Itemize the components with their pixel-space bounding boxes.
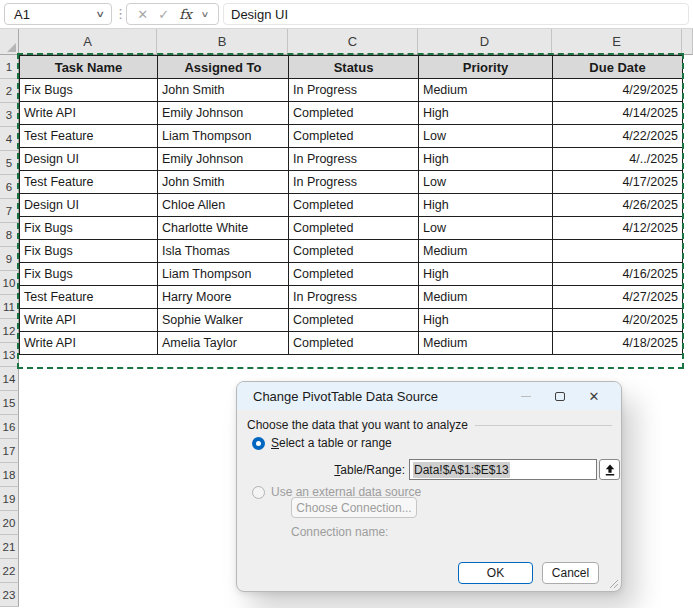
table-cell[interactable]: Fix Bugs (20, 79, 158, 102)
table-cell[interactable]: 4/18/2025 (553, 332, 683, 355)
table-cell[interactable]: Completed (289, 194, 419, 217)
chevron-down-icon[interactable]: ∨ (201, 10, 210, 19)
select-all-corner[interactable] (0, 29, 19, 55)
row-header-22[interactable]: 22 (0, 559, 19, 583)
table-cell[interactable]: High (419, 194, 553, 217)
cancel-button[interactable]: Cancel (542, 562, 599, 584)
table-cell[interactable]: Completed (289, 332, 419, 355)
table-cell[interactable]: 4/16/2025 (553, 263, 683, 286)
table-cell[interactable]: Fix Bugs (20, 217, 158, 240)
table-cell[interactable]: Fix Bugs (20, 263, 158, 286)
row-header-13[interactable]: 13 (0, 343, 19, 367)
row-header-7[interactable]: 7 (0, 199, 19, 223)
row-header-14[interactable]: 14 (0, 367, 19, 391)
table-cell[interactable]: 4/22/2025 (553, 125, 683, 148)
table-cell[interactable]: Amelia Taylor (158, 332, 289, 355)
table-header-cell[interactable]: Assigned To (158, 56, 289, 79)
row-header-17[interactable]: 17 (0, 439, 19, 463)
name-box[interactable]: A1 ∨ (4, 3, 112, 25)
table-cell[interactable]: Liam Thompson (158, 263, 289, 286)
table-cell[interactable]: High (419, 263, 553, 286)
table-cell[interactable]: Test Feature (20, 286, 158, 309)
table-cell[interactable]: 4/14/2025 (553, 102, 683, 125)
table-cell[interactable]: Emily Johnson (158, 148, 289, 171)
table-cell[interactable]: John Smith (158, 79, 289, 102)
row-header-12[interactable]: 12 (0, 319, 19, 343)
table-cell[interactable]: 4/../2025 (553, 148, 683, 171)
table-cell[interactable]: 4/27/2025 (553, 286, 683, 309)
table-cell[interactable]: Design UI (20, 148, 158, 171)
table-cell[interactable]: Low (419, 217, 553, 240)
table-cell[interactable]: 4/26/2025 (553, 194, 683, 217)
table-cell[interactable]: Completed (289, 102, 419, 125)
table-header-cell[interactable]: Due Date (553, 56, 683, 79)
table-cell[interactable]: 4/29/2025 (553, 79, 683, 102)
table-cell[interactable]: Sophie Walker (158, 309, 289, 332)
ok-button[interactable]: OK (458, 562, 533, 584)
table-cell[interactable]: In Progress (289, 286, 419, 309)
row-header-23[interactable]: 23 (0, 583, 19, 607)
cancel-entry-icon[interactable]: ✕ (137, 7, 148, 22)
table-cell[interactable]: Emily Johnson (158, 102, 289, 125)
table-cell[interactable]: Medium (419, 286, 553, 309)
table-cell[interactable]: Charlotte White (158, 217, 289, 240)
table-cell[interactable]: Medium (419, 79, 553, 102)
row-header-15[interactable]: 15 (0, 391, 19, 415)
table-cell[interactable]: 4/12/2025 (553, 217, 683, 240)
table-cell[interactable]: Low (419, 125, 553, 148)
table-cell[interactable]: Completed (289, 240, 419, 263)
row-header-3[interactable]: 3 (0, 103, 19, 127)
table-cell[interactable]: Write API (20, 332, 158, 355)
table-cell[interactable]: Write API (20, 102, 158, 125)
formula-input[interactable]: Design UI (223, 3, 689, 25)
table-cell[interactable]: Low (419, 171, 553, 194)
row-header-8[interactable]: 8 (0, 223, 19, 247)
table-cell[interactable]: Fix Bugs (20, 240, 158, 263)
row-header-20[interactable]: 20 (0, 511, 19, 535)
row-header-1[interactable]: 1 (0, 55, 19, 79)
table-cell[interactable]: Test Feature (20, 125, 158, 148)
column-header-a[interactable]: A (19, 29, 157, 55)
table-cell[interactable]: John Smith (158, 171, 289, 194)
table-cell[interactable]: In Progress (289, 79, 419, 102)
column-header-e[interactable]: E (552, 29, 682, 55)
row-header-9[interactable]: 9 (0, 247, 19, 271)
select-table-range-option[interactable]: Select a table or range (252, 436, 392, 450)
resize-grip-icon[interactable] (606, 576, 618, 588)
row-header-11[interactable]: 11 (0, 295, 19, 319)
table-cell[interactable]: Medium (419, 240, 553, 263)
collapse-dialog-button[interactable] (599, 459, 620, 480)
row-header-18[interactable]: 18 (0, 463, 19, 487)
column-header-d[interactable]: D (418, 29, 552, 55)
column-header-b[interactable]: B (157, 29, 288, 55)
table-header-cell[interactable]: Task Name (20, 56, 158, 79)
table-header-cell[interactable]: Priority (419, 56, 553, 79)
table-cell[interactable]: High (419, 102, 553, 125)
row-header-6[interactable]: 6 (0, 175, 19, 199)
table-cell[interactable]: Write API (20, 309, 158, 332)
row-header-2[interactable]: 2 (0, 79, 19, 103)
table-cell[interactable]: In Progress (289, 148, 419, 171)
table-cell[interactable]: Liam Thompson (158, 125, 289, 148)
column-header-partial[interactable] (682, 29, 693, 55)
table-cell[interactable]: Test Feature (20, 171, 158, 194)
maximize-button[interactable] (543, 382, 577, 410)
table-cell[interactable]: Completed (289, 309, 419, 332)
row-header-21[interactable]: 21 (0, 535, 19, 559)
row-header-10[interactable]: 10 (0, 271, 19, 295)
table-cell[interactable]: Chloe Allen (158, 194, 289, 217)
table-cell[interactable]: Harry Moore (158, 286, 289, 309)
radio-selected-icon[interactable] (252, 437, 265, 450)
row-header-19[interactable]: 19 (0, 487, 19, 511)
row-header-5[interactable]: 5 (0, 151, 19, 175)
table-cell[interactable]: High (419, 309, 553, 332)
table-range-input[interactable]: Data!$A$1:$E$13 (409, 459, 597, 480)
table-cell[interactable]: Completed (289, 217, 419, 240)
table-cell[interactable]: 4/20/2025 (553, 309, 683, 332)
table-cell[interactable]: Completed (289, 263, 419, 286)
chevron-down-icon[interactable]: ∨ (96, 9, 106, 19)
row-header-16[interactable]: 16 (0, 415, 19, 439)
table-cell[interactable]: Medium (419, 332, 553, 355)
close-button[interactable]: ✕ (577, 382, 611, 410)
table-header-cell[interactable]: Status (289, 56, 419, 79)
